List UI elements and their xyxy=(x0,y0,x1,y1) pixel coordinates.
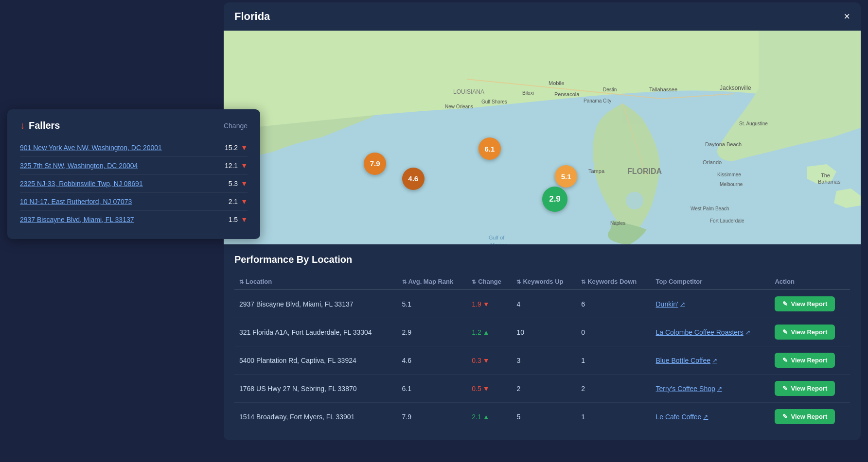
change-value: 1.9 ▼ xyxy=(472,300,489,308)
cell-avg-map-rank: 2.9 xyxy=(397,318,467,346)
cell-top-competitor: Terry's Coffee Shop ↗ xyxy=(651,375,770,403)
faller-row: 325 7th St NW, Washington, DC 20004 12.1… xyxy=(20,157,248,175)
change-arrow-icon: ▼ xyxy=(241,162,248,170)
map-marker-4[interactable]: 2.9 xyxy=(542,187,567,212)
view-report-button[interactable]: ✎ View Report xyxy=(775,353,835,368)
external-link-icon: ↗ xyxy=(680,301,685,308)
faller-address[interactable]: 10 NJ-17, East Rutherford, NJ 07073 xyxy=(20,198,132,205)
table-row: 2937 Biscayne Blvd, Miami, FL 33137 5.1 … xyxy=(234,290,850,318)
close-button[interactable]: × xyxy=(844,11,850,22)
competitor-link[interactable]: La Colombe Coffee Roasters ↗ xyxy=(655,328,750,336)
cell-action: ✎ View Report xyxy=(770,346,850,375)
report-icon: ✎ xyxy=(782,328,788,336)
sort-icon: ⇅ xyxy=(516,279,521,285)
cell-keywords-down: 1 xyxy=(576,346,651,375)
change-value: 2.1 ▲ xyxy=(472,413,489,421)
svg-text:Pensacola: Pensacola xyxy=(554,91,580,97)
cell-change: 0.3 ▼ xyxy=(467,346,512,375)
external-link-icon: ↗ xyxy=(745,329,750,336)
external-link-icon: ↗ xyxy=(712,357,717,364)
faller-change: 5.3 ▼ xyxy=(229,180,248,188)
change-arrow-icon: ▼ xyxy=(241,198,248,205)
svg-text:West Palm Beach: West Palm Beach xyxy=(691,206,729,211)
fallers-panel: ↓ Fallers Change 901 New York Ave NW, Wa… xyxy=(7,109,260,239)
modal-header: Florida × xyxy=(224,2,861,31)
cell-keywords-up: 3 xyxy=(512,346,576,375)
cell-avg-map-rank: 5.1 xyxy=(397,290,467,318)
sort-icon: ⇅ xyxy=(402,279,407,285)
cell-action: ✎ View Report xyxy=(770,375,850,403)
change-arrow-icon: ▼ xyxy=(241,180,248,188)
change-direction-icon: ▲ xyxy=(483,328,490,336)
fallers-header: ↓ Fallers Change xyxy=(20,120,248,131)
faller-address[interactable]: 2937 Biscayne Blvd, Miami, FL 33137 xyxy=(20,216,134,223)
view-report-button[interactable]: ✎ View Report xyxy=(775,409,835,424)
faller-change: 12.1 ▼ xyxy=(225,162,248,170)
report-icon: ✎ xyxy=(782,413,788,420)
cell-keywords-down: 2 xyxy=(576,375,651,403)
map-container: Pensacola Destin Tallahassee Jacksonvill… xyxy=(224,31,861,244)
cell-location: 1514 Broadway, Fort Myers, FL 33901 xyxy=(234,403,397,431)
faller-change: 1.5 ▼ xyxy=(229,216,248,223)
svg-text:Tallahassee: Tallahassee xyxy=(649,86,677,92)
faller-address[interactable]: 901 New York Ave NW, Washington, DC 2000… xyxy=(20,144,162,152)
table-column-header[interactable]: ⇅Keywords Down xyxy=(576,274,651,290)
cell-location: 321 Florida A1A, Fort Lauderdale, FL 333… xyxy=(234,318,397,346)
cell-avg-map-rank: 7.9 xyxy=(397,403,467,431)
competitor-link[interactable]: Terry's Coffee Shop ↗ xyxy=(655,385,722,393)
cell-keywords-up: 10 xyxy=(512,318,576,346)
modal-title: Florida xyxy=(234,10,270,23)
cell-action: ✎ View Report xyxy=(770,290,850,318)
table-row: 321 Florida A1A, Fort Lauderdale, FL 333… xyxy=(234,318,850,346)
florida-map-svg: Pensacola Destin Tallahassee Jacksonvill… xyxy=(224,31,861,244)
competitor-link[interactable]: Dunkin' ↗ xyxy=(655,300,685,308)
performance-title: Performance By Location xyxy=(234,254,850,265)
faller-address[interactable]: 2325 NJ-33, Robbinsville Twp, NJ 08691 xyxy=(20,180,143,188)
svg-text:St. Augustine: St. Augustine xyxy=(739,121,768,126)
table-column-header[interactable]: ⇅Avg. Map Rank xyxy=(397,274,467,290)
svg-text:Daytona Beach: Daytona Beach xyxy=(705,141,742,147)
svg-text:Panama City: Panama City xyxy=(584,98,611,103)
change-arrow-icon: ▼ xyxy=(241,144,248,152)
svg-text:Biloxi: Biloxi xyxy=(522,90,534,96)
view-report-button[interactable]: ✎ View Report xyxy=(775,325,835,340)
table-column-header[interactable]: ⇅Location xyxy=(234,274,397,290)
faller-row: 2325 NJ-33, Robbinsville Twp, NJ 08691 5… xyxy=(20,175,248,193)
view-report-button[interactable]: ✎ View Report xyxy=(775,381,835,396)
cell-change: 0.5 ▼ xyxy=(467,375,512,403)
fallers-title: ↓ Fallers xyxy=(20,120,60,131)
cell-location: 5400 Plantation Rd, Captiva, FL 33924 xyxy=(234,346,397,375)
fallers-title-text: Fallers xyxy=(29,120,60,131)
svg-text:New Orleans: New Orleans xyxy=(445,104,473,109)
fallers-change-label: Change xyxy=(224,122,248,130)
change-arrow-icon: ▼ xyxy=(241,216,248,223)
fallers-list: 901 New York Ave NW, Washington, DC 2000… xyxy=(20,139,248,228)
faller-change: 15.2 ▼ xyxy=(225,144,248,152)
svg-text:Tampa: Tampa xyxy=(588,168,605,174)
svg-text:The: The xyxy=(821,172,830,178)
cell-location: 1768 US Hwy 27 N, Sebring, FL 33870 xyxy=(234,375,397,403)
faller-address[interactable]: 325 7th St NW, Washington, DC 20004 xyxy=(20,162,138,170)
faller-row: 901 New York Ave NW, Washington, DC 2000… xyxy=(20,139,248,157)
change-direction-icon: ▼ xyxy=(483,300,490,308)
svg-point-1 xyxy=(626,192,643,209)
svg-text:Orlando: Orlando xyxy=(703,159,722,165)
external-link-icon: ↗ xyxy=(703,413,708,420)
table-column-header[interactable]: ⇅Change xyxy=(467,274,512,290)
table-header: ⇅Location⇅Avg. Map Rank⇅Change⇅Keywords … xyxy=(234,274,850,290)
competitor-link[interactable]: Le Cafe Coffee ↗ xyxy=(655,413,708,421)
svg-text:LOUISIANA: LOUISIANA xyxy=(453,88,484,95)
svg-text:Kissimmee: Kissimmee xyxy=(717,172,741,177)
table-column-header[interactable]: ⇅Keywords Up xyxy=(512,274,576,290)
svg-text:Bahamas: Bahamas xyxy=(818,179,841,185)
competitor-link[interactable]: Blue Bottle Coffee ↗ xyxy=(655,357,717,364)
view-report-button[interactable]: ✎ View Report xyxy=(775,296,835,311)
cell-change: 2.1 ▲ xyxy=(467,403,512,431)
map-marker-1[interactable]: 6.1 xyxy=(478,137,501,160)
map-marker-2[interactable]: 4.6 xyxy=(402,168,425,190)
cell-top-competitor: La Colombe Coffee Roasters ↗ xyxy=(651,318,770,346)
sort-icon: ⇅ xyxy=(472,279,476,285)
svg-text:Fort Lauderdale: Fort Lauderdale xyxy=(710,218,744,223)
svg-text:Destin: Destin xyxy=(603,87,617,92)
map-marker-0[interactable]: 7.9 xyxy=(364,153,386,175)
